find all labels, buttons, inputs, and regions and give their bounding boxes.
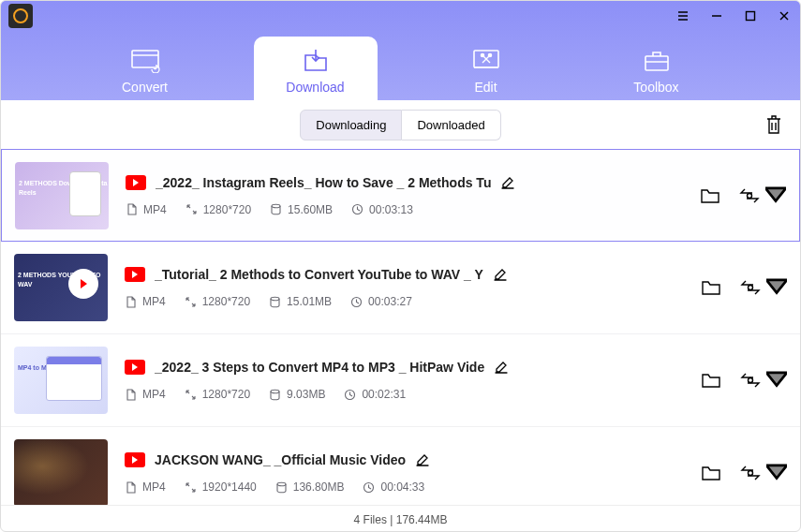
download-icon bbox=[301, 46, 331, 76]
svg-point-13 bbox=[488, 54, 491, 57]
tab-download[interactable]: Download bbox=[254, 37, 378, 100]
item-title: _2022_ Instagram Reels_ How to Save _ 2 … bbox=[156, 175, 491, 190]
youtube-icon bbox=[125, 452, 145, 467]
footer-summary: 4 Files | 176.44MB bbox=[1, 505, 800, 532]
item-actions bbox=[701, 371, 787, 390]
size-cell: 15.60MB bbox=[270, 203, 333, 216]
thumbnail: MP4 to MP3 bbox=[14, 347, 108, 414]
svg-rect-4 bbox=[747, 12, 755, 21]
resolution-cell: 1280*720 bbox=[185, 295, 250, 308]
tab-toolbox[interactable]: Toolbox bbox=[595, 37, 719, 100]
subtab-downloaded[interactable]: Downloaded bbox=[402, 110, 500, 140]
item-content: _2022_ 3 Steps to Convert MP4 to MP3 _ H… bbox=[125, 360, 682, 401]
svg-point-22 bbox=[271, 390, 279, 393]
menu-icon[interactable] bbox=[676, 9, 690, 22]
duration-cell: 00:04:33 bbox=[363, 480, 424, 494]
format-cell: MP4 bbox=[125, 480, 166, 494]
item-content: _2022_ Instagram Reels_ How to Save _ 2 … bbox=[126, 175, 681, 216]
svg-point-19 bbox=[271, 297, 279, 301]
svg-point-12 bbox=[481, 54, 483, 57]
svg-rect-14 bbox=[645, 56, 668, 70]
list-item[interactable]: MP4 to MP3 _2022_ 3 Steps to Convert MP4… bbox=[1, 334, 800, 427]
folder-icon[interactable] bbox=[701, 278, 721, 297]
rename-icon[interactable] bbox=[494, 360, 509, 375]
list-item[interactable]: 2 METHODS Download Insta Reels _2022_ In… bbox=[1, 149, 800, 242]
svg-point-16 bbox=[272, 204, 280, 208]
item-meta: MP4 1280*720 9.03MB 00:02:31 bbox=[125, 388, 682, 401]
item-title: JACKSON WANG_ _Official Music Video bbox=[155, 452, 406, 467]
chevron-down-icon[interactable] bbox=[766, 464, 787, 482]
chevron-down-icon[interactable] bbox=[766, 371, 787, 390]
duration-cell: 00:03:27 bbox=[350, 295, 412, 308]
folder-icon[interactable] bbox=[701, 371, 721, 390]
resolution-cell: 1280*720 bbox=[185, 388, 250, 401]
item-actions bbox=[701, 278, 787, 297]
close-icon[interactable] bbox=[778, 9, 791, 22]
folder-icon[interactable] bbox=[700, 186, 720, 205]
window-controls bbox=[676, 9, 791, 22]
duration-cell: 00:03:13 bbox=[351, 203, 413, 216]
tab-toolbox-label: Toolbox bbox=[633, 80, 678, 95]
folder-icon[interactable] bbox=[701, 464, 721, 482]
format-cell: MP4 bbox=[126, 203, 167, 216]
youtube-icon bbox=[125, 360, 145, 375]
item-actions bbox=[701, 464, 787, 482]
convert-action-icon[interactable] bbox=[740, 371, 761, 390]
format-cell: MP4 bbox=[125, 295, 166, 308]
convert-action-icon[interactable] bbox=[739, 186, 760, 205]
rename-icon[interactable] bbox=[493, 267, 508, 282]
tab-download-label: Download bbox=[286, 80, 344, 95]
resolution-cell: 1920*1440 bbox=[185, 480, 257, 494]
size-cell: 9.03MB bbox=[269, 388, 325, 401]
item-meta: MP4 1280*720 15.01MB 00:03:27 bbox=[125, 295, 682, 308]
format-cell: MP4 bbox=[125, 388, 166, 401]
tab-edit[interactable]: Edit bbox=[424, 37, 548, 100]
nav-tabs: Convert Download Edit Toolbox bbox=[1, 27, 800, 100]
svg-point-21 bbox=[749, 286, 753, 290]
convert-action-icon[interactable] bbox=[740, 464, 761, 482]
tab-convert-label: Convert bbox=[122, 80, 168, 95]
convert-icon bbox=[130, 46, 160, 76]
svg-point-24 bbox=[749, 378, 753, 383]
download-list: 2 METHODS Download Insta Reels _2022_ In… bbox=[1, 149, 800, 505]
maximize-icon[interactable] bbox=[744, 9, 757, 22]
rename-icon[interactable] bbox=[500, 175, 515, 190]
tab-convert[interactable]: Convert bbox=[83, 37, 207, 100]
subtab-downloading[interactable]: Downloading bbox=[300, 110, 402, 140]
list-item[interactable]: JACKSON WANG_ _Official Music Video MP4 … bbox=[1, 427, 800, 505]
svg-rect-7 bbox=[132, 51, 158, 67]
svg-point-27 bbox=[749, 471, 753, 476]
tab-edit-label: Edit bbox=[474, 80, 497, 95]
item-title: _2022_ 3 Steps to Convert MP4 to MP3 _ H… bbox=[155, 360, 484, 375]
item-title: _Tutorial_ 2 Methods to Convert YouTube … bbox=[155, 267, 483, 282]
thumbnail bbox=[14, 439, 108, 505]
trash-icon[interactable] bbox=[764, 114, 783, 135]
item-content: _Tutorial_ 2 Methods to Convert YouTube … bbox=[125, 267, 682, 308]
item-actions bbox=[700, 186, 786, 205]
svg-point-25 bbox=[277, 482, 286, 486]
thumbnail: 2 METHODS Download Insta Reels bbox=[15, 162, 109, 229]
item-meta: MP4 1920*1440 136.80MB 00:04:33 bbox=[125, 480, 682, 494]
thumbnail: 2 METHODS YOUTUBE TO WAV bbox=[14, 254, 108, 321]
duration-cell: 00:02:31 bbox=[344, 388, 406, 401]
youtube-icon bbox=[125, 267, 145, 282]
subbar: Downloading Downloaded bbox=[1, 100, 800, 149]
chevron-down-icon[interactable] bbox=[766, 278, 787, 297]
rename-icon[interactable] bbox=[415, 452, 430, 467]
title-bar bbox=[1, 1, 800, 27]
convert-action-icon[interactable] bbox=[740, 278, 761, 297]
youtube-icon bbox=[126, 175, 146, 190]
subtab-group: Downloading Downloaded bbox=[300, 110, 500, 140]
toolbox-icon bbox=[642, 46, 672, 76]
item-meta: MP4 1280*720 15.60MB 00:03:13 bbox=[126, 203, 681, 216]
size-cell: 136.80MB bbox=[275, 480, 345, 494]
edit-icon bbox=[471, 46, 501, 76]
app-logo-icon bbox=[8, 4, 33, 28]
app-header: Convert Download Edit Toolbox bbox=[1, 1, 800, 100]
size-cell: 15.01MB bbox=[269, 295, 332, 308]
item-content: JACKSON WANG_ _Official Music Video MP4 … bbox=[125, 452, 682, 494]
list-item[interactable]: 2 METHODS YOUTUBE TO WAV _Tutorial_ 2 Me… bbox=[1, 242, 800, 334]
chevron-down-icon[interactable] bbox=[765, 186, 786, 205]
minimize-icon[interactable] bbox=[710, 9, 723, 22]
svg-point-18 bbox=[748, 193, 752, 198]
